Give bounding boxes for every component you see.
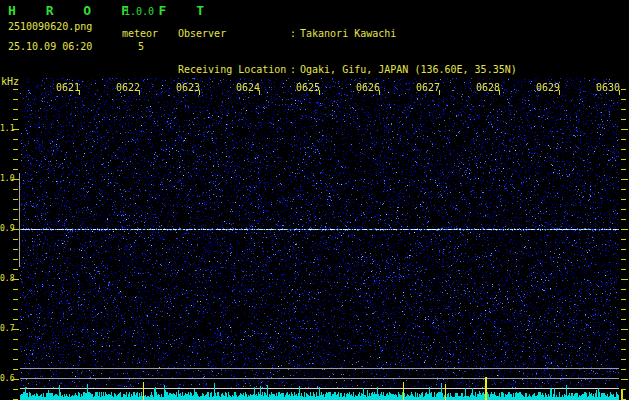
major-tick <box>12 329 19 330</box>
time-label: 0630 <box>596 83 620 93</box>
minor-tick <box>13 89 18 90</box>
time-label: 0628 <box>476 83 500 93</box>
minor-tick <box>13 219 18 220</box>
minor-tick <box>13 349 18 350</box>
minor-tick <box>621 309 626 310</box>
minor-tick <box>13 259 18 260</box>
minor-tick <box>621 189 626 190</box>
minor-tick <box>13 239 18 240</box>
minor-tick <box>621 119 626 120</box>
major-tick <box>12 279 19 280</box>
minor-tick <box>621 89 626 90</box>
major-tick <box>12 229 19 230</box>
output-filename: 2510090620.png <box>8 21 92 32</box>
minor-tick <box>621 169 626 170</box>
major-tick <box>12 179 19 180</box>
minor-tick <box>13 169 18 170</box>
y-tick-label: 1.0 <box>0 175 12 183</box>
minor-tick <box>621 109 626 110</box>
minor-tick <box>13 319 18 320</box>
minor-tick <box>13 249 18 250</box>
minor-tick <box>621 139 626 140</box>
minor-tick <box>621 299 626 300</box>
minor-tick <box>621 289 626 290</box>
station-row-location: Receiving Location : Ogaki, Gifu, JAPAN … <box>178 64 517 76</box>
major-tick <box>621 129 628 130</box>
time-label: 0623 <box>176 83 200 93</box>
minor-tick <box>13 189 18 190</box>
minor-tick <box>621 389 626 390</box>
y-tick-label: 0.6 <box>0 375 12 383</box>
y-tick-label: 0.7 <box>0 325 12 333</box>
minor-tick <box>621 239 626 240</box>
app-version: 1.0.0 <box>124 6 154 17</box>
minor-tick <box>13 339 18 340</box>
minor-tick <box>621 349 626 350</box>
minor-tick <box>13 369 18 370</box>
minor-tick <box>13 269 18 270</box>
minor-tick <box>13 119 18 120</box>
y-tick-label: 1.1 <box>0 125 12 133</box>
major-tick <box>621 179 628 180</box>
separator: : <box>290 64 300 76</box>
minor-tick <box>621 159 626 160</box>
major-tick <box>621 279 628 280</box>
minor-tick <box>621 199 626 200</box>
mode-label: meteor <box>122 28 158 39</box>
minor-tick <box>13 159 18 160</box>
minor-tick <box>13 309 18 310</box>
minor-tick <box>13 139 18 140</box>
time-label: 0626 <box>356 83 380 93</box>
station-label: Observer <box>178 28 290 40</box>
count-band-marker <box>19 173 20 267</box>
separator: : <box>290 28 300 40</box>
major-tick <box>621 379 628 380</box>
minor-tick <box>621 339 626 340</box>
minor-tick <box>621 149 626 150</box>
minor-tick <box>13 359 18 360</box>
minor-tick <box>621 99 626 100</box>
spectrogram-canvas <box>20 78 619 400</box>
station-value: Takanori Kawachi <box>300 28 396 40</box>
y-tick-label: 0.9 <box>0 225 12 233</box>
time-label: 0624 <box>236 83 260 93</box>
minor-tick <box>13 149 18 150</box>
minor-tick <box>621 369 626 370</box>
minor-tick <box>621 249 626 250</box>
minor-tick <box>621 319 626 320</box>
major-tick <box>621 329 628 330</box>
minor-tick <box>13 109 18 110</box>
y-axis-unit: kHz <box>1 76 19 87</box>
minor-tick <box>13 99 18 100</box>
time-label: 0621 <box>56 83 80 93</box>
param-value: 5 <box>138 41 144 52</box>
station-label: Receiving Location <box>178 64 290 76</box>
minor-tick <box>621 259 626 260</box>
major-tick <box>12 129 19 130</box>
minor-tick <box>13 199 18 200</box>
hrofft-window: H R O F F T 1.0.0 2510090620.png meteor … <box>0 0 629 400</box>
time-label: 0622 <box>116 83 140 93</box>
timestamp: 25.10.09 06:20 <box>8 41 92 52</box>
minor-tick <box>621 269 626 270</box>
minor-tick <box>13 289 18 290</box>
time-label: 0625 <box>296 83 320 93</box>
major-tick <box>12 379 19 380</box>
minor-tick <box>13 299 18 300</box>
station-value: Ogaki, Gifu, JAPAN (136.60E, 35.35N) <box>300 64 517 76</box>
minor-tick <box>621 359 626 360</box>
minor-tick <box>13 209 18 210</box>
minor-tick <box>621 209 626 210</box>
time-label: 0629 <box>536 83 560 93</box>
minor-tick <box>13 389 18 390</box>
time-label: 0627 <box>416 83 440 93</box>
major-tick <box>621 229 628 230</box>
y-tick-label: 0.8 <box>0 275 12 283</box>
station-row-observer: Observer : Takanori Kawachi <box>178 28 517 40</box>
minor-tick <box>621 219 626 220</box>
